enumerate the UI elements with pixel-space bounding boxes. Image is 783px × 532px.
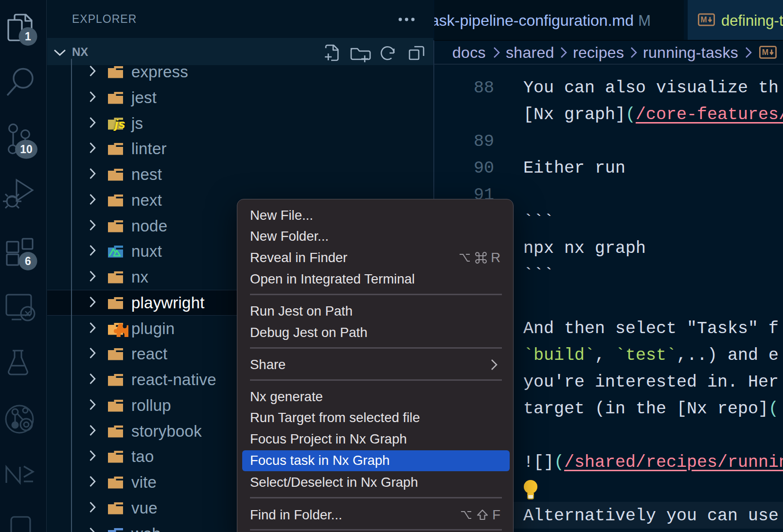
svg-text:6: 6 — [25, 255, 31, 267]
svg-text:M: M — [701, 16, 707, 24]
svg-text:10: 10 — [20, 143, 33, 156]
svg-text:M: M — [762, 48, 768, 56]
svg-text:1: 1 — [25, 30, 31, 43]
